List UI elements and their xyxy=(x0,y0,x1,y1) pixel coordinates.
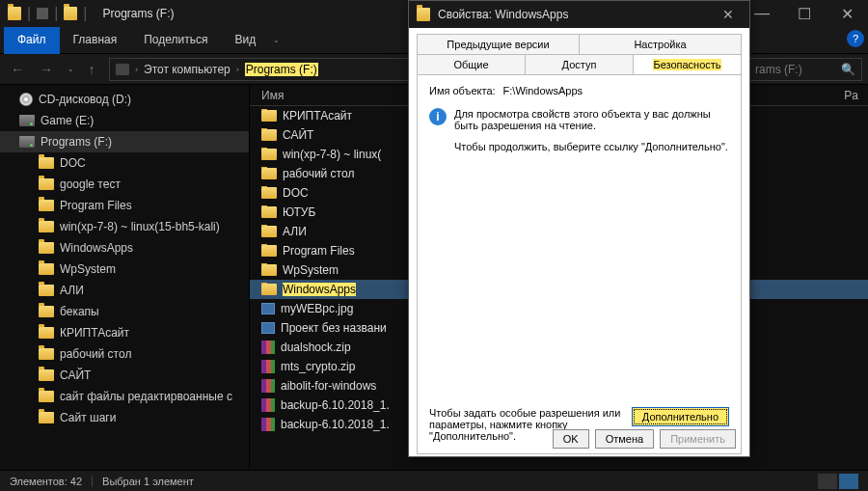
nav-history-icon[interactable]: ⌄ xyxy=(68,65,74,73)
dialog-tabs: Предыдущие версии Настройка Общие Доступ… xyxy=(409,28,749,454)
view-details-button[interactable] xyxy=(839,474,858,489)
nav-item[interactable]: CD-дисковод (D:) xyxy=(0,89,249,110)
qat-icon[interactable] xyxy=(37,8,48,19)
nav-item-label: CD-дисковод (D:) xyxy=(39,93,131,106)
nav-item[interactable]: рабочий стол xyxy=(0,343,249,365)
dialog-title-bar[interactable]: Свойства: WindowsApps ✕ xyxy=(409,1,749,28)
file-name: WpSystem xyxy=(283,263,339,277)
ribbon-expand-icon[interactable]: ⌄ xyxy=(273,36,280,44)
status-selection: Выбран 1 элемент xyxy=(102,476,194,487)
nav-item-label: Game (E:) xyxy=(41,114,94,127)
view-toggle xyxy=(818,474,858,489)
folder-icon xyxy=(39,221,54,232)
tab-body-security: Имя объекта: F:\WindowsApps i Для просмо… xyxy=(417,74,742,454)
apply-button[interactable]: Применить xyxy=(660,429,736,449)
nav-item[interactable]: Game (E:) xyxy=(0,110,249,131)
cd-icon xyxy=(19,93,33,106)
nav-item[interactable]: Program Files xyxy=(0,195,249,216)
maximize-button[interactable]: ☐ xyxy=(783,0,826,27)
menu-file[interactable]: Файл xyxy=(4,27,60,54)
nav-item[interactable]: DOC xyxy=(0,152,249,174)
folder-icon xyxy=(261,110,277,122)
folder-icon xyxy=(261,129,277,141)
file-name: myWEBpc.jpg xyxy=(281,302,353,315)
nav-item-label: КРИПТАсайт xyxy=(60,326,129,340)
nav-up-button[interactable]: ↑ xyxy=(80,58,103,81)
nav-item-label: САЙТ xyxy=(60,368,91,382)
chevron-right-icon: › xyxy=(236,65,239,74)
folder-icon xyxy=(8,7,21,20)
tab-sharing[interactable]: Доступ xyxy=(526,54,634,74)
nav-item-label: Programs (F:) xyxy=(41,135,112,149)
cancel-button[interactable]: Отмена xyxy=(595,429,654,449)
nav-item[interactable]: WindowsApps xyxy=(0,237,249,259)
status-count: Элементов: 42 xyxy=(10,476,82,487)
menu-view[interactable]: Вид xyxy=(221,27,269,53)
info-text-block: Для просмотра свойств этого объекта у ва… xyxy=(454,108,729,152)
nav-item[interactable]: win(xp-7-8) ~ linux(15-bh5-kali) xyxy=(0,216,249,237)
ok-button[interactable]: OK xyxy=(553,429,589,449)
folder-icon xyxy=(39,242,54,254)
tab-general[interactable]: Общие xyxy=(417,54,526,74)
properties-dialog[interactable]: Свойства: WindowsApps ✕ Предыдущие верси… xyxy=(408,0,750,457)
tab-security-label: Безопасность xyxy=(653,59,720,70)
file-name: ЮТУБ xyxy=(283,205,315,219)
search-input[interactable]: rams (F:) 🔍 xyxy=(748,58,862,81)
dialog-title: Свойства: WindowsApps xyxy=(438,8,568,21)
nav-item-label: Сайт шаги xyxy=(60,411,116,424)
nav-item-label: google тест xyxy=(60,177,121,191)
archive-icon xyxy=(261,398,275,412)
crumb-this-pc[interactable]: Этот компьютер xyxy=(144,63,231,76)
window-title: Programs (F:) xyxy=(102,7,174,20)
nav-item-label: win(xp-7-8) ~ linux(15-bh5-kali) xyxy=(60,220,220,233)
nav-item[interactable]: Сайт шаги xyxy=(0,407,249,428)
archive-icon xyxy=(261,360,275,373)
nav-item[interactable]: бекапы xyxy=(0,301,249,322)
nav-back-button[interactable]: ← xyxy=(6,58,29,81)
nav-item[interactable]: САЙТ xyxy=(0,365,249,386)
nav-item[interactable]: Programs (F:) xyxy=(0,131,249,152)
nav-item-label: DOC xyxy=(60,156,86,170)
folder-icon xyxy=(261,264,277,276)
nav-item[interactable]: АЛИ xyxy=(0,280,249,301)
file-name: win(xp-7-8) ~ linux( xyxy=(283,148,381,161)
nav-item[interactable]: сайт файлы редактирвоанные с xyxy=(0,386,249,407)
navigation-pane[interactable]: CD-дисковод (D:)Game (E:)Programs (F:)DO… xyxy=(0,85,249,470)
nav-forward-button[interactable]: → xyxy=(35,58,58,81)
file-name: backup-6.10.2018_1. xyxy=(281,418,390,431)
archive-icon xyxy=(261,418,275,431)
folder-icon xyxy=(39,369,54,381)
folder-icon xyxy=(261,284,277,295)
crumb-current[interactable]: Programs (F:) xyxy=(245,63,318,76)
folder-icon xyxy=(261,206,277,218)
nav-item-label: рабочий стол xyxy=(60,347,131,361)
nav-item[interactable]: google тест xyxy=(0,174,249,195)
file-name: backup-6.10.2018_1. xyxy=(281,398,390,412)
qat-sep2: | xyxy=(54,5,58,22)
tab-security[interactable]: Безопасность xyxy=(634,54,742,74)
search-placeholder: rams (F:) xyxy=(755,63,802,76)
folder-icon xyxy=(39,391,54,402)
tab-previous-versions[interactable]: Предыдущие версии xyxy=(417,34,580,54)
file-name: САЙТ xyxy=(283,128,313,142)
nav-item[interactable]: WpSystem xyxy=(0,259,249,280)
menu-home[interactable]: Главная xyxy=(60,27,131,53)
view-thumbnails-button[interactable] xyxy=(818,474,837,489)
archive-icon xyxy=(261,379,275,393)
pc-icon xyxy=(116,64,129,75)
dialog-close-button[interactable]: ✕ xyxy=(715,7,742,22)
menu-share[interactable]: Поделиться xyxy=(130,27,221,53)
status-bar: Элементов: 42 Выбран 1 элемент xyxy=(0,470,868,491)
folder-icon xyxy=(39,200,54,211)
nav-item[interactable]: КРИПТАсайт xyxy=(0,322,249,343)
help-button[interactable]: ? xyxy=(847,30,864,47)
file-name: aibolit-for-windows xyxy=(281,379,376,393)
qat-sep3: | xyxy=(83,5,87,22)
tab-customize[interactable]: Настройка xyxy=(580,34,742,54)
info-text-1: Для просмотра свойств этого объекта у ва… xyxy=(454,108,729,131)
advanced-button[interactable]: Дополнительно xyxy=(632,407,729,426)
window-controls: — ☐ ✕ xyxy=(741,0,868,27)
close-button[interactable]: ✕ xyxy=(826,0,868,27)
info-text-2: Чтобы продолжить, выберите ссылку "Допол… xyxy=(454,141,729,152)
folder-icon xyxy=(39,157,54,169)
